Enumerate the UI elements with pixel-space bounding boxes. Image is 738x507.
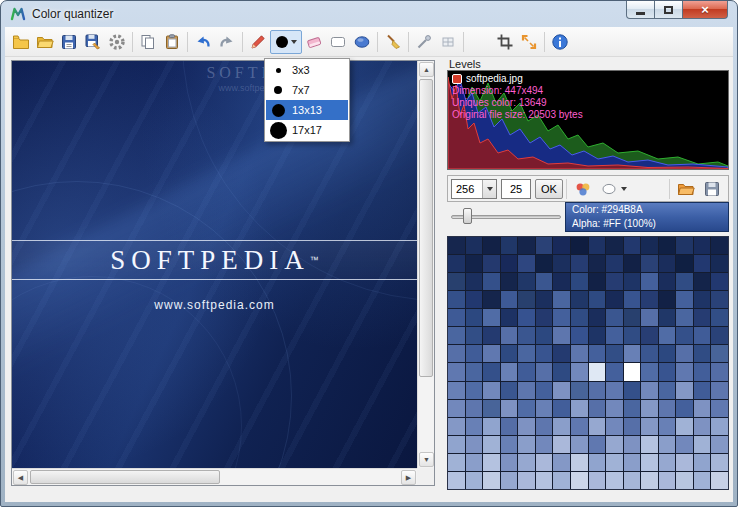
palette-swatch[interactable] [571, 400, 588, 417]
palette-swatch[interactable] [448, 382, 465, 399]
palette-swatch[interactable] [536, 309, 553, 326]
palette-swatch[interactable] [466, 291, 483, 308]
scroll-down-button[interactable]: ▼ [419, 452, 434, 467]
palette-swatch[interactable] [659, 273, 676, 290]
palette-swatch[interactable] [641, 327, 658, 344]
palette-swatch[interactable] [483, 382, 500, 399]
palette-swatch[interactable] [553, 291, 570, 308]
palette-swatch[interactable] [483, 454, 500, 471]
ok-button[interactable]: OK [535, 179, 563, 199]
palette-swatch[interactable] [659, 400, 676, 417]
palette-swatch[interactable] [676, 255, 693, 272]
palette-swatch[interactable] [448, 418, 465, 435]
palette-swatch[interactable] [606, 418, 623, 435]
palette-swatch[interactable] [501, 382, 518, 399]
palette-swatch[interactable] [466, 363, 483, 380]
palette-swatch[interactable] [553, 400, 570, 417]
palette-swatch[interactable] [553, 454, 570, 471]
palette-swatch[interactable] [659, 418, 676, 435]
palette-swatch[interactable] [606, 237, 623, 254]
vertical-scroll-thumb[interactable] [419, 79, 433, 377]
palette-swatch[interactable] [711, 382, 728, 399]
palette-swatch[interactable] [606, 454, 623, 471]
palette-swatch[interactable] [659, 363, 676, 380]
palette-swatch[interactable] [711, 472, 728, 489]
palette-swatch[interactable] [641, 345, 658, 362]
palette-swatch[interactable] [518, 291, 535, 308]
palette-swatch[interactable] [711, 273, 728, 290]
palette-swatch[interactable] [518, 363, 535, 380]
palette-swatch[interactable] [466, 273, 483, 290]
palette-swatch[interactable] [641, 363, 658, 380]
crop-button[interactable] [493, 30, 517, 54]
palette-swatch[interactable] [518, 327, 535, 344]
horizontal-scrollbar[interactable]: ◀ ▶ [12, 468, 417, 485]
palette-swatch[interactable] [589, 363, 606, 380]
palette-swatch[interactable] [483, 345, 500, 362]
new-image-button[interactable] [9, 30, 33, 54]
palette-swatch[interactable] [553, 472, 570, 489]
palette-swatch[interactable] [536, 327, 553, 344]
palette-swatch[interactable] [501, 454, 518, 471]
ellipse-tool-button[interactable] [350, 30, 374, 54]
palette-swatch[interactable] [606, 273, 623, 290]
palette-swatch[interactable] [518, 237, 535, 254]
palette-swatch[interactable] [676, 309, 693, 326]
brush-size-option[interactable]: 17x17 [266, 120, 348, 140]
palette-swatch[interactable] [448, 273, 465, 290]
palette-swatch[interactable] [676, 345, 693, 362]
palette-swatch[interactable] [536, 418, 553, 435]
palette-swatch[interactable] [518, 418, 535, 435]
palette-swatch[interactable] [536, 454, 553, 471]
palette-swatch[interactable] [466, 309, 483, 326]
image-preview[interactable]: SOFTPEDIA www.softpedia.com SOFTPEDIA™ w… [12, 61, 417, 468]
palette-swatch[interactable] [659, 291, 676, 308]
eraser-tool-button[interactable] [302, 30, 326, 54]
palette-swatch[interactable] [483, 436, 500, 453]
palette-swatch[interactable] [553, 237, 570, 254]
palette-swatch[interactable] [448, 454, 465, 471]
palette-swatch[interactable] [641, 273, 658, 290]
scroll-left-button[interactable]: ◀ [13, 470, 28, 485]
tolerance-slider[interactable] [451, 207, 561, 225]
palette-swatch[interactable] [553, 345, 570, 362]
palette-swatch[interactable] [571, 291, 588, 308]
palette-swatch[interactable] [694, 237, 711, 254]
palette-swatch[interactable] [448, 363, 465, 380]
palette-swatch[interactable] [641, 418, 658, 435]
palette-swatch[interactable] [624, 237, 641, 254]
palette-swatch[interactable] [466, 472, 483, 489]
redo-button[interactable] [215, 30, 239, 54]
palette-swatch[interactable] [553, 382, 570, 399]
palette-swatch[interactable] [606, 472, 623, 489]
palette-swatch[interactable] [624, 436, 641, 453]
palette-swatch[interactable] [571, 472, 588, 489]
palette-swatch[interactable] [606, 309, 623, 326]
palette-swatch[interactable] [694, 327, 711, 344]
palette-swatch[interactable] [571, 454, 588, 471]
brush-size-option[interactable]: 13x13 [266, 100, 348, 120]
palette-swatch[interactable] [571, 418, 588, 435]
palette-swatch[interactable] [466, 418, 483, 435]
palette-swatch[interactable] [571, 237, 588, 254]
palette-swatch[interactable] [606, 400, 623, 417]
palette-swatch[interactable] [589, 309, 606, 326]
palette-swatch[interactable] [711, 255, 728, 272]
palette-swatch[interactable] [659, 327, 676, 344]
palette-swatch[interactable] [659, 237, 676, 254]
resize-button[interactable] [517, 30, 541, 54]
palette-swatch[interactable] [553, 309, 570, 326]
copy-button[interactable] [136, 30, 160, 54]
palette-swatch[interactable] [641, 291, 658, 308]
palette-swatch[interactable] [676, 436, 693, 453]
palette-swatch[interactable] [501, 472, 518, 489]
dither-shape-button[interactable] [596, 178, 630, 200]
palette-swatch[interactable] [501, 345, 518, 362]
palette-swatch[interactable] [501, 418, 518, 435]
palette-swatch[interactable] [466, 436, 483, 453]
palette-swatch[interactable] [536, 345, 553, 362]
palette-swatch[interactable] [589, 382, 606, 399]
palette-swatch[interactable] [676, 363, 693, 380]
palette-swatch[interactable] [536, 237, 553, 254]
palette-swatch[interactable] [624, 454, 641, 471]
